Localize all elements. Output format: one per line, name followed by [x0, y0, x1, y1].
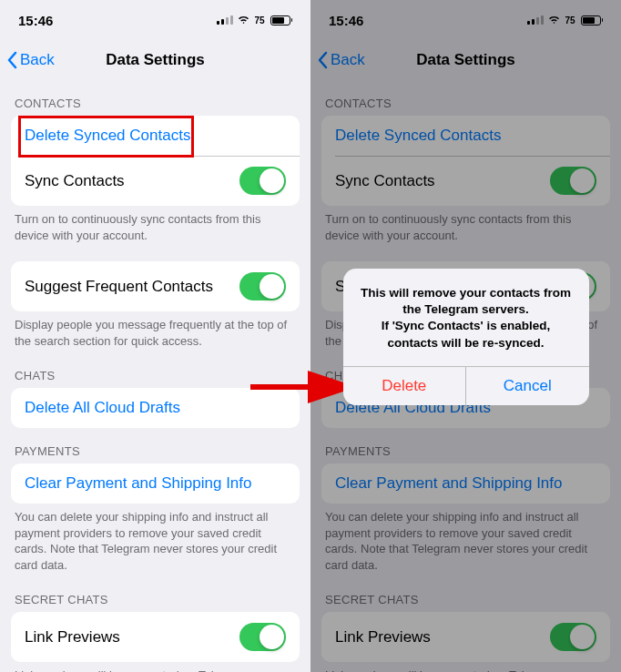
cell-group-payments: Clear Payment and Shipping Info: [321, 463, 610, 504]
section-header-secret: SECRET CHATS: [0, 576, 310, 612]
cell-label: Suggest Frequent Contacts: [25, 278, 213, 296]
back-label: Back: [331, 51, 365, 69]
cell-delete-synced-contacts: Delete Synced Contacts: [321, 116, 610, 156]
cell-delete-synced-contacts[interactable]: Delete Synced Contacts: [11, 116, 300, 156]
alert-message: This will remove your contacts from the …: [343, 269, 589, 366]
battery-icon: [581, 15, 604, 25]
cell-clear-payment[interactable]: Clear Payment and Shipping Info: [11, 463, 300, 504]
section-header-secret: SECRET CHATS: [310, 576, 621, 612]
cell-label: Sync Contacts: [335, 172, 435, 190]
cell-group-chats: Delete All Cloud Drafts: [11, 388, 300, 428]
cell-group-secret: Link Previews: [11, 612, 300, 662]
cell-label: Link Previews: [335, 628, 431, 647]
cell-sync-contacts: Sync Contacts: [321, 156, 610, 206]
cell-group-payments: Clear Payment and Shipping Info: [11, 463, 300, 504]
cell-delete-cloud-drafts[interactable]: Delete All Cloud Drafts: [11, 388, 300, 428]
confirmation-alert: This will remove your contacts from the …: [343, 269, 589, 405]
section-header-payments: PAYMENTS: [310, 428, 621, 463]
footer-suggest: Display people you message frequently at…: [0, 311, 310, 352]
toggle-link-previews[interactable]: [239, 623, 286, 651]
cell-group-suggest: Suggest Frequent Contacts: [11, 261, 300, 311]
section-header-contacts: CONTACTS: [310, 80, 621, 116]
footer-sync: Turn on to continuously sync contacts fr…: [310, 206, 621, 247]
cell-group-secret: Link Previews: [321, 612, 610, 662]
alert-delete-button[interactable]: Delete: [343, 367, 466, 405]
footer-sync: Turn on to continuously sync contacts fr…: [0, 206, 310, 247]
cell-link-previews[interactable]: Link Previews: [11, 612, 300, 662]
status-indicators: 75: [527, 12, 603, 28]
alert-buttons: Delete Cancel: [343, 366, 589, 405]
section-header-payments: PAYMENTS: [0, 428, 310, 463]
status-time: 15:46: [18, 13, 53, 28]
cell-label: Delete Synced Contacts: [335, 127, 501, 145]
toggle-sync-contacts: [550, 167, 596, 195]
wifi-icon: [547, 12, 561, 28]
nav-bar: Back Data Settings: [310, 40, 621, 80]
footer-payment: You can delete your shipping info and in…: [0, 504, 310, 576]
cellular-signal-icon: [527, 15, 544, 25]
section-header-chats: CHATS: [0, 352, 310, 388]
status-indicators: 75: [217, 12, 292, 28]
back-button[interactable]: Back: [7, 51, 55, 69]
toggle-sync-contacts[interactable]: [239, 167, 286, 195]
screen-left: 15:46 75 Back Data Settings CONTACTS Del…: [0, 0, 310, 672]
wifi-icon: [237, 12, 250, 28]
status-bar: 15:46 75: [310, 0, 621, 40]
cell-clear-payment: Clear Payment and Shipping Info: [321, 463, 610, 504]
nav-bar: Back Data Settings: [0, 40, 310, 80]
section-header-contacts: CONTACTS: [0, 80, 310, 116]
toggle-suggest-frequent[interactable]: [239, 272, 286, 300]
page-title: Data Settings: [106, 51, 205, 69]
status-time: 15:46: [329, 13, 363, 28]
footer-payment: You can delete your shipping info and in…: [310, 504, 621, 576]
back-button[interactable]: Back: [318, 51, 365, 69]
screen-right: 15:46 75 Back Data Settings CONTACTS Del…: [310, 0, 621, 672]
footer-link: Link previews will be generated on Teleg…: [310, 662, 621, 672]
cell-group-contacts: Delete Synced Contacts Sync Contacts: [321, 116, 610, 206]
footer-link: Link previews will be generated on Teleg…: [0, 662, 310, 672]
alert-cancel-button[interactable]: Cancel: [465, 367, 589, 405]
cell-label: Clear Payment and Shipping Info: [335, 474, 563, 493]
cell-label: Sync Contacts: [25, 172, 125, 190]
battery-percent: 75: [565, 15, 575, 25]
cell-link-previews: Link Previews: [321, 612, 610, 662]
cell-label: Clear Payment and Shipping Info: [25, 474, 252, 493]
cell-sync-contacts[interactable]: Sync Contacts: [11, 156, 300, 206]
cell-label: Delete All Cloud Drafts: [25, 399, 180, 417]
chevron-left-icon: [318, 51, 329, 69]
cell-label: Link Previews: [25, 628, 120, 647]
page-title: Data Settings: [416, 51, 515, 69]
toggle-link-previews: [550, 623, 596, 651]
scroll-content[interactable]: CONTACTS Delete Synced Contacts Sync Con…: [0, 80, 310, 672]
battery-percent: 75: [254, 15, 264, 25]
cell-label: Delete Synced Contacts: [25, 127, 190, 145]
chevron-left-icon: [7, 51, 18, 69]
cellular-signal-icon: [217, 15, 233, 25]
status-bar: 15:46 75: [0, 0, 310, 40]
battery-icon: [270, 15, 293, 25]
cell-group-contacts: Delete Synced Contacts Sync Contacts: [11, 116, 300, 206]
back-label: Back: [20, 51, 55, 69]
cell-suggest-frequent[interactable]: Suggest Frequent Contacts: [11, 261, 300, 311]
